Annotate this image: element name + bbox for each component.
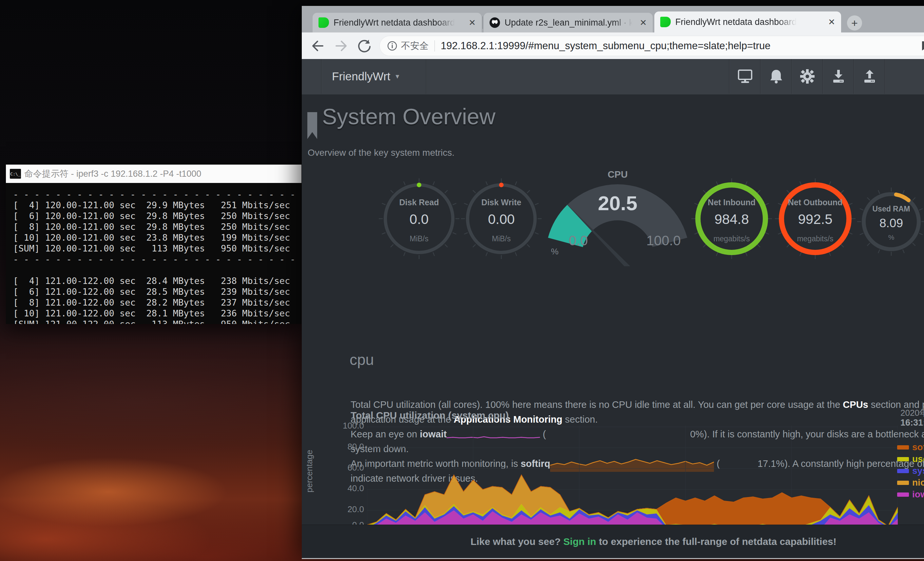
y-tick: 0.0 <box>334 520 364 525</box>
gauge-disk-read[interactable]: Disk Read 0.0 MiB/s <box>376 176 462 261</box>
terminal-line: [ 10] 120.00-121.00 sec 23.8 MBytes 199 … <box>13 232 302 243</box>
close-icon[interactable]: ✕ <box>640 18 647 27</box>
gauge-cpu[interactable]: CPU 20.5 0.0 100.0 % <box>532 168 703 266</box>
reload-icon[interactable] <box>357 38 372 53</box>
terminal-line: [ 6] 120.00-121.00 sec 29.8 MBytes 250 M… <box>13 211 302 221</box>
tab-divider <box>482 17 483 29</box>
terminal-line: [ 8] 121.00-122.00 sec 28.2 MBytes 237 M… <box>13 297 302 308</box>
terminal-line: [ 4] 120.00-121.00 sec 29.9 MBytes 251 M… <box>13 200 302 211</box>
import-icon <box>831 69 846 84</box>
nodes-view-button[interactable] <box>729 59 760 94</box>
github-icon <box>489 17 500 28</box>
legend-swatch <box>897 492 909 497</box>
bell-icon <box>769 69 783 84</box>
tab-netdata-active[interactable]: FriendlyWrt netdata dashboard ✕ <box>654 12 841 33</box>
terminal-line <box>13 265 302 275</box>
terminal-window[interactable]: C:\_ 命令提示符 - iperf3 -c 192.168.1.2 -P4 -… <box>6 165 302 324</box>
url-bar[interactable]: 不安全 192.168.2.1:19999/#menu_system_subme… <box>380 36 924 56</box>
terminal-line: [SUM] 120.00-121.00 sec 113 MBytes 950 M… <box>13 243 302 254</box>
legend-item[interactable]: softirq <box>897 442 924 452</box>
gear-icon <box>800 69 815 84</box>
chart-title: Total CPU utilization (system.cpu) <box>351 410 509 421</box>
legend-swatch <box>897 457 909 461</box>
legend-item[interactable]: user <box>897 454 924 463</box>
terminal-output: - - - - - - - - - - - - - - - - - - - - … <box>6 183 302 324</box>
signin-link[interactable]: Sign in <box>563 536 596 547</box>
page-title: System Overview <box>322 104 495 129</box>
netdata-navbar: FriendlyWrt ▾ <box>302 59 924 95</box>
signin-banner: Like what you see? Sign in to experience… <box>302 525 924 558</box>
terminal-line: [ 4] 121.00-122.00 sec 28.4 MBytes 238 M… <box>13 275 302 286</box>
cmd-icon: C:\_ <box>10 169 21 179</box>
terminal-line: - - - - - - - - - - - - - - - - - - - - … <box>13 189 302 200</box>
close-icon[interactable]: ✕ <box>828 18 835 26</box>
export-icon <box>862 69 878 84</box>
chart-time: 16:31:2 <box>900 418 924 428</box>
terminal-line: [SUM] 121.00-122.00 sec 113 MBytes 950 M… <box>13 319 302 324</box>
alarms-button[interactable] <box>760 59 792 94</box>
legend-item[interactable]: iowait <box>897 489 924 499</box>
legend-item[interactable]: system <box>897 466 924 475</box>
netdata-icon <box>318 17 329 28</box>
y-tick: 40.0 <box>334 483 364 493</box>
cpu-utilization-chart[interactable] <box>367 426 898 525</box>
gauge-used-ram[interactable]: Used RAM 8.09 % <box>855 186 924 258</box>
url-text[interactable]: 192.168.2.1:19999/#menu_system_submenu_c… <box>441 40 771 52</box>
bookmark-ribbon-icon <box>308 112 317 139</box>
chart-date: 2020年3 <box>900 407 924 419</box>
info-icon[interactable] <box>387 40 398 51</box>
hostname-label: FriendlyWrt <box>332 70 390 83</box>
browser-toolbar: 不安全 192.168.2.1:19999/#menu_system_subme… <box>302 33 924 59</box>
navbar-divider <box>426 59 426 94</box>
gauge-net-outbound[interactable]: Net Outbound 992.5 megabits/s <box>772 176 858 261</box>
y-axis-label: percentage <box>304 450 315 492</box>
page-subtitle: Overview of the key system metrics. <box>308 147 454 158</box>
export-snapshot-button[interactable] <box>854 59 885 94</box>
settings-button[interactable] <box>791 59 823 94</box>
legend-item[interactable]: nice <box>897 477 924 487</box>
bookmark-icon[interactable] <box>922 41 924 51</box>
tab-strip: FriendlyWrt netdata dashboard ✕ Update r… <box>302 6 924 33</box>
legend-swatch <box>897 445 909 450</box>
terminal-line: [ 10] 121.00-122.00 sec 28.1 MBytes 236 … <box>13 308 302 319</box>
terminal-titlebar[interactable]: C:\_ 命令提示符 - iperf3 -c 192.168.1.2 -P4 -… <box>6 165 302 183</box>
legend-swatch <box>897 481 909 485</box>
terminal-line: [ 8] 120.00-121.00 sec 29.8 MBytes 250 M… <box>13 221 302 232</box>
browser-bottom-edge <box>302 558 924 559</box>
back-icon[interactable] <box>310 38 326 53</box>
y-tick: 100.0 <box>334 421 364 431</box>
tab-title: Update r2s_lean_minimal.yml · k <box>505 18 632 28</box>
signin-suffix: to experience the full-range of netdata … <box>596 536 837 547</box>
hostname-dropdown[interactable]: FriendlyWrt ▾ <box>332 59 399 94</box>
desktop-background: C:\_ 命令提示符 - iperf3 -c 192.168.1.2 -P4 -… <box>0 0 924 561</box>
section-title-cpu: cpu <box>350 351 374 368</box>
y-tick: 80.0 <box>334 442 364 452</box>
security-label: 不安全 <box>401 40 429 52</box>
tab-github[interactable]: Update r2s_lean_minimal.yml · k ✕ <box>484 13 653 33</box>
netdata-page: System Overview Overview of the key syst… <box>302 95 924 525</box>
terminal-line: [ 6] 121.00-122.00 sec 28.5 MBytes 239 M… <box>13 286 302 297</box>
legend-swatch <box>897 469 909 473</box>
y-tick: 60.0 <box>334 463 364 473</box>
navbar-divider <box>321 59 321 94</box>
gauge-net-inbound[interactable]: Net Inbound 984.8 megabits/s <box>689 176 774 261</box>
close-icon[interactable]: ✕ <box>468 18 476 27</box>
import-snapshot-button[interactable] <box>822 59 854 94</box>
netdata-icon <box>660 17 671 27</box>
tab-title: FriendlyWrt netdata dashboard <box>675 17 796 27</box>
terminal-line: - - - - - - - - - - - - - - - - - - - - … <box>13 254 302 265</box>
terminal-title: 命令提示符 - iperf3 -c 192.168.1.2 -P4 -t1000 <box>24 168 201 180</box>
browser-window[interactable]: FriendlyWrt netdata dashboard ✕ Update r… <box>302 6 924 558</box>
tab-netdata-1[interactable]: FriendlyWrt netdata dashboard ✕ <box>313 13 482 33</box>
forward-icon[interactable] <box>333 38 349 53</box>
new-tab-button[interactable]: + <box>847 15 862 30</box>
tab-title: FriendlyWrt netdata dashboard <box>333 18 455 28</box>
gauge-disk-write[interactable]: Disk Write 0.00 MiB/s <box>459 176 544 261</box>
navbar-divider <box>885 59 885 94</box>
signin-prefix: Like what you see? <box>471 536 563 547</box>
monitor-icon <box>736 69 754 84</box>
chevron-down-icon: ▾ <box>396 72 399 81</box>
y-tick: 20.0 <box>334 504 364 514</box>
